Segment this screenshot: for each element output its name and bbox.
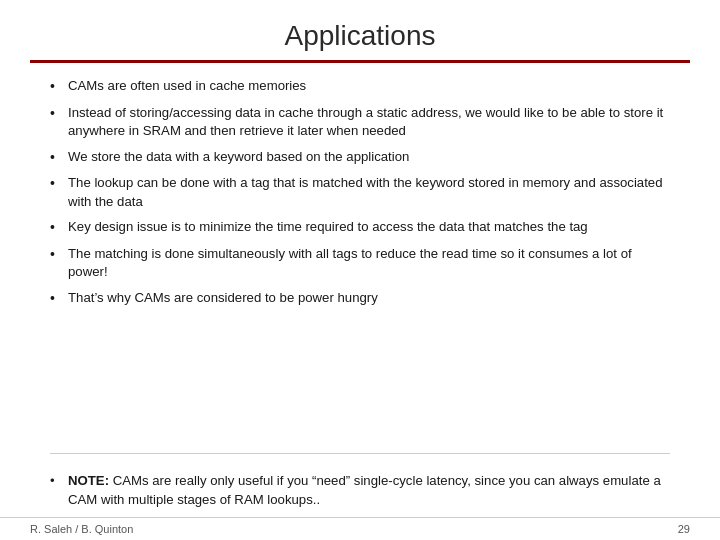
bullet-text: Instead of storing/accessing data in cac… — [68, 104, 670, 141]
list-item: •We store the data with a keyword based … — [50, 148, 670, 168]
note-body: CAMs are really only useful if you “need… — [68, 473, 661, 506]
bullet-char: • — [50, 77, 68, 97]
bullet-text: We store the data with a keyword based o… — [68, 148, 670, 166]
note-bullet: • — [50, 472, 68, 490]
content-area: •CAMs are often used in cache memories•I… — [0, 63, 720, 517]
bullet-text: That’s why CAMs are considered to be pow… — [68, 289, 670, 307]
note-item: • NOTE: CAMs are really only useful if y… — [50, 468, 670, 509]
bullet-char: • — [50, 104, 68, 124]
bullet-char: • — [50, 289, 68, 309]
bullet-text: The lookup can be done with a tag that i… — [68, 174, 670, 211]
slide: Applications •CAMs are often used in cac… — [0, 0, 720, 540]
list-item: •The matching is done simultaneously wit… — [50, 245, 670, 282]
bullet-char: • — [50, 174, 68, 194]
list-item: •Instead of storing/accessing data in ca… — [50, 104, 670, 141]
inner-rule — [50, 453, 670, 454]
footer-left: R. Saleh / B. Quinton — [30, 523, 133, 535]
list-item: •The lookup can be done with a tag that … — [50, 174, 670, 211]
list-item: •That’s why CAMs are considered to be po… — [50, 289, 670, 309]
bullet-text: CAMs are often used in cache memories — [68, 77, 670, 95]
bullet-text: The matching is done simultaneously with… — [68, 245, 670, 282]
note-text: NOTE: CAMs are really only useful if you… — [68, 472, 670, 509]
footer-right: 29 — [678, 523, 690, 535]
bullet-char: • — [50, 218, 68, 238]
slide-title: Applications — [40, 20, 680, 52]
bullet-list: •CAMs are often used in cache memories•I… — [50, 77, 670, 453]
bullet-char: • — [50, 245, 68, 265]
footer: R. Saleh / B. Quinton 29 — [0, 517, 720, 540]
bullet-text: Key design issue is to minimize the time… — [68, 218, 670, 236]
list-item: •CAMs are often used in cache memories — [50, 77, 670, 97]
title-area: Applications — [0, 0, 720, 60]
bullet-char: • — [50, 148, 68, 168]
list-item: •Key design issue is to minimize the tim… — [50, 218, 670, 238]
note-bold-prefix: NOTE: — [68, 473, 109, 488]
